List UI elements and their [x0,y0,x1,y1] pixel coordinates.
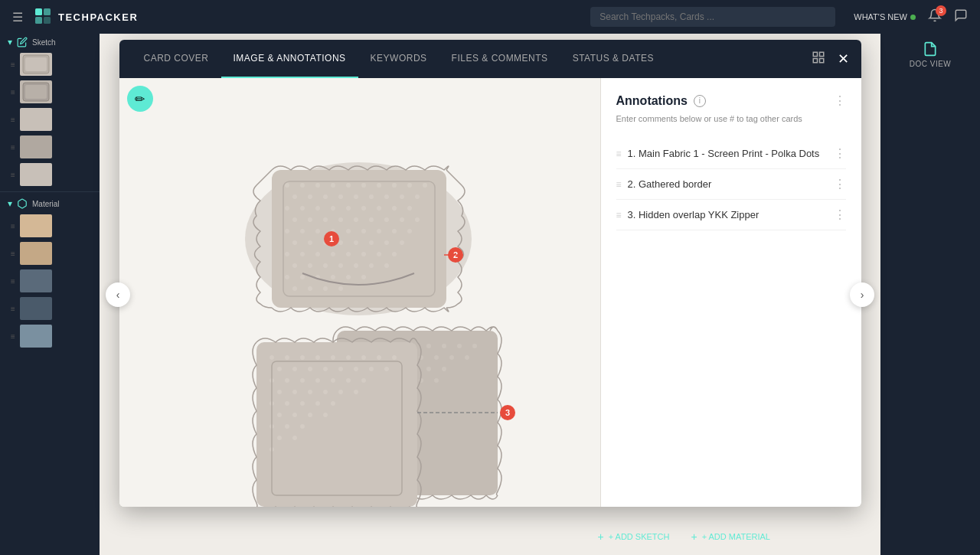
notifications-icon[interactable]: 3 [928,8,942,25]
svg-point-60 [292,240,297,245]
svg-point-69 [300,252,305,256]
prev-nav-arrow[interactable]: ‹ [106,282,130,307]
annotation-drag-2[interactable]: ≡ [616,179,622,190]
sidebar-material-item[interactable]: ≡ [0,240,100,267]
annotations-more-button[interactable]: ⋮ [834,93,846,108]
annotations-subtitle: Enter comments below or use # to tag oth… [616,114,846,123]
image-area: ✏ [119,78,601,507]
svg-point-59 [407,229,412,233]
annotation-drag-3[interactable]: ≡ [616,210,622,220]
add-sketch-label: + ADD SKETCH [609,532,670,541]
whats-new-button[interactable]: WHAT'S NEW [854,12,916,21]
svg-point-152 [323,367,328,371]
tab-image-annotations[interactable]: IMAGE & ANNOTATIONS [221,40,358,78]
tab-files-comments[interactable]: FILES & COMMENTS [439,40,560,78]
dialog-close-button[interactable]: ✕ [838,51,849,67]
edit-pencil-button[interactable]: ✏ [127,86,153,112]
svg-point-50 [415,217,420,222]
app-name: TECHPACKER [58,11,138,23]
annotations-info-icon[interactable]: i [694,95,706,107]
svg-point-25 [308,194,312,199]
svg-rect-8 [813,52,817,56]
sidebar-sketch-item[interactable]: ≡ [0,161,100,188]
tab-keywords[interactable]: KEYWORDS [358,40,439,78]
chevron-left-icon: ‹ [116,289,120,301]
svg-point-171 [285,401,289,406]
annotation-drag-1[interactable]: ≡ [616,149,622,159]
annotation-menu-2[interactable]: ⋮ [834,177,846,191]
annotation-dialog: CARD COVER IMAGE & ANNOTATIONS KEYWORDS … [119,40,861,507]
add-sketch-button[interactable]: + + ADD SKETCH [594,527,672,546]
sidebar-sketch-item[interactable]: ≡ [0,51,100,78]
svg-rect-1 [44,8,51,15]
svg-point-76 [292,263,297,268]
drag-handle: ≡ [11,143,15,152]
material-thumb-2 [20,242,52,265]
svg-point-147 [377,355,381,360]
svg-point-66 [384,240,389,245]
material-thumb-3 [20,269,52,292]
next-nav-arrow[interactable]: › [850,282,874,307]
annotation-menu-1[interactable]: ⋮ [834,146,846,161]
svg-point-22 [407,183,412,188]
cube-icon [17,198,28,209]
svg-point-70 [315,252,320,256]
sidebar-material-item[interactable]: ≡ [0,212,100,240]
hamburger-icon[interactable]: ☰ [12,10,23,24]
pillow-illustration: 1 [218,78,501,507]
svg-point-51 [285,229,289,233]
svg-point-168 [338,390,343,394]
svg-point-44 [323,217,328,222]
svg-point-20 [377,183,381,188]
annotation-text-3: 3. Hidden overlap YKK Zipper [628,209,828,220]
svg-point-90 [308,286,312,291]
annotation-text-1: 1. Main Fabric 1 - Screen Print - Polka … [628,148,828,159]
svg-point-102 [426,344,431,348]
svg-point-64 [354,240,358,245]
sidebar-material-item[interactable]: ≡ [0,322,100,350]
annotation-menu-3[interactable]: ⋮ [834,207,846,222]
svg-point-37 [346,206,351,211]
annotations-title: Annotations [616,94,688,108]
sketch-thumb-1 [20,53,52,76]
svg-point-103 [442,344,446,348]
svg-point-31 [400,194,404,199]
svg-point-52 [300,229,305,233]
tab-card-cover[interactable]: CARD COVER [132,40,221,78]
sidebar-sketch-item[interactable]: ≡ [0,133,100,161]
svg-point-45 [338,217,343,222]
help-icon[interactable] [954,8,968,25]
svg-point-46 [354,217,358,222]
annotation-item-3: ≡ 3. Hidden overlap YKK Zipper ⋮ [616,200,846,230]
sidebar-sketch-header[interactable]: ▾ Sketch [0,34,100,51]
svg-point-111 [434,355,439,360]
svg-point-126 [434,378,439,383]
svg-point-23 [423,183,427,188]
plus-icon: + [597,531,603,543]
svg-point-53 [315,229,320,233]
svg-point-89 [292,286,297,291]
drag-handle: ≡ [11,171,15,179]
sidebar-material-item[interactable]: ≡ [0,267,100,295]
svg-point-16 [315,183,320,188]
svg-point-154 [354,367,358,371]
svg-point-160 [315,378,320,383]
doc-view-button[interactable]: DOC VIEW [887,41,974,68]
svg-point-77 [308,263,312,268]
annotation-item-2: ≡ 2. Gathered border ⋮ [616,169,846,200]
sidebar-sketch-item[interactable]: ≡ [0,106,100,133]
svg-point-146 [361,355,366,360]
svg-point-72 [346,252,351,256]
tab-status-dates[interactable]: STATUS & DATES [560,40,666,78]
sidebar-material-header[interactable]: ▾ Material [0,195,100,212]
layout-toggle-button[interactable] [808,47,828,70]
add-buttons-area: + + ADD SKETCH + + ADD MATERIAL [594,527,773,546]
left-sidebar: ▾ Sketch ≡ ≡ ≡ ≡ ≡ [0,34,100,555]
svg-point-105 [472,344,477,348]
sidebar-sketch-item[interactable]: ≡ [0,78,100,106]
search-input[interactable] [590,7,835,27]
svg-point-178 [323,413,328,417]
add-material-button[interactable]: + + ADD MATERIAL [688,527,773,546]
sidebar-material-item[interactable]: ≡ [0,295,100,322]
svg-rect-11 [819,59,823,63]
